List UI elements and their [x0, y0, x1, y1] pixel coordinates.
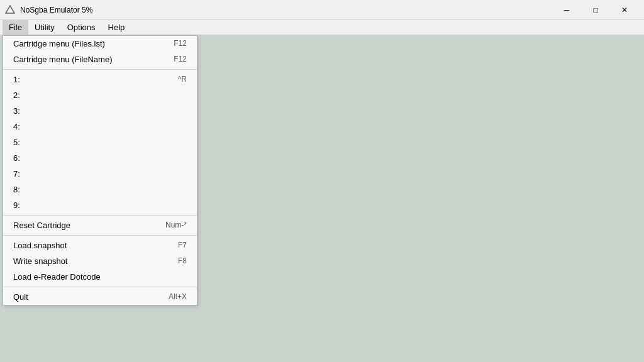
menu-slot-6-label: 6: [13, 153, 20, 163]
menu-slot-9[interactable]: 9: [3, 197, 197, 213]
menu-load-ereader-label: Load e-Reader Dotcode [13, 272, 101, 282]
menu-item-file[interactable]: File Cartridge menu (Files.lst) F12 Cart… [3, 20, 28, 35]
menu-write-snapshot-shortcut: F8 [178, 256, 187, 265]
menu-cartridge-files-lst[interactable]: Cartridge menu (Files.lst) F12 [3, 36, 197, 52]
menu-reset-cartridge-shortcut: Num-* [165, 221, 187, 229]
menu-cartridge-filename[interactable]: Cartridge menu (FileName) F12 [3, 52, 197, 67]
maximize-button[interactable]: □ [581, 0, 610, 20]
separator-3 [3, 235, 197, 236]
menu-slot-2-label: 2: [13, 90, 20, 100]
menu-slot-8[interactable]: 8: [3, 182, 197, 197]
menu-write-snapshot-label: Write snapshot [13, 256, 67, 266]
file-dropdown-menu: Cartridge menu (Files.lst) F12 Cartridge… [3, 35, 197, 305]
menu-slot-3[interactable]: 3: [3, 103, 197, 119]
menu-cartridge-files-lst-shortcut: F12 [174, 39, 187, 48]
title-bar: NoSgba Emulator 5% ─ □ ✕ [0, 0, 644, 20]
menu-load-snapshot-shortcut: F7 [178, 241, 187, 250]
svg-marker-0 [6, 6, 14, 13]
menu-item-utility-label: Utility [35, 23, 55, 32]
menu-slot-7[interactable]: 7: [3, 166, 197, 182]
menu-slot-4-label: 4: [13, 122, 20, 131]
menu-slot-8-label: 8: [13, 185, 20, 194]
separator-1 [3, 69, 197, 70]
menu-slot-1-shortcut: ^R [178, 75, 187, 84]
menu-item-file-label: File [9, 23, 22, 32]
menu-quit-label: Quit [13, 292, 28, 302]
window-title: NoSgba Emulator 5% [20, 6, 92, 14]
menu-load-ereader[interactable]: Load e-Reader Dotcode [3, 269, 197, 285]
menu-load-snapshot[interactable]: Load snapshot F7 [3, 238, 197, 253]
menu-slot-3-label: 3: [13, 106, 20, 116]
menu-quit[interactable]: Quit Alt+X [3, 289, 197, 305]
menu-slot-1[interactable]: 1: ^R [3, 72, 197, 87]
menu-item-options[interactable]: Options [61, 20, 102, 35]
menu-slot-5-label: 5: [13, 138, 20, 147]
close-button[interactable]: ✕ [610, 0, 639, 20]
menu-slot-5[interactable]: 5: [3, 134, 197, 150]
menu-cartridge-filename-label: Cartridge menu (FileName) [13, 55, 113, 64]
menu-reset-cartridge[interactable]: Reset Cartridge Num-* [3, 217, 197, 233]
menu-write-snapshot[interactable]: Write snapshot F8 [3, 253, 197, 269]
minimize-button[interactable]: ─ [552, 0, 581, 20]
menu-item-utility[interactable]: Utility [28, 20, 61, 35]
menu-cartridge-files-lst-label: Cartridge menu (Files.lst) [13, 39, 105, 48]
menu-quit-shortcut: Alt+X [169, 292, 187, 301]
menu-item-help[interactable]: Help [102, 20, 131, 35]
menu-slot-9-label: 9: [13, 200, 20, 210]
menu-slot-6[interactable]: 6: [3, 150, 197, 166]
menu-slot-1-label: 1: [13, 75, 20, 84]
menu-slot-2[interactable]: 2: [3, 87, 197, 103]
title-bar-controls: ─ □ ✕ [552, 0, 639, 20]
menu-cartridge-filename-shortcut: F12 [174, 55, 187, 63]
menu-reset-cartridge-label: Reset Cartridge [13, 221, 70, 230]
menu-slot-4[interactable]: 4: [3, 119, 197, 134]
menu-item-options-label: Options [67, 23, 96, 32]
separator-4 [3, 287, 197, 287]
nosgba-icon [5, 5, 15, 15]
menu-load-snapshot-label: Load snapshot [13, 241, 67, 250]
separator-2 [3, 215, 197, 216]
menu-item-help-label: Help [108, 23, 125, 32]
menu-slot-7-label: 7: [13, 169, 20, 178]
title-bar-left: NoSgba Emulator 5% [5, 5, 92, 15]
menu-bar: File Cartridge menu (Files.lst) F12 Cart… [0, 20, 644, 35]
